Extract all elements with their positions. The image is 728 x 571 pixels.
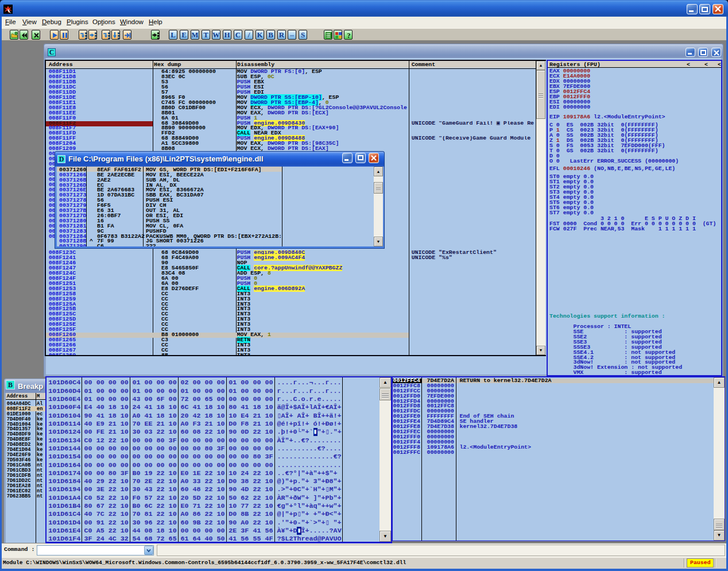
svg-text:?: ? <box>347 31 351 40</box>
